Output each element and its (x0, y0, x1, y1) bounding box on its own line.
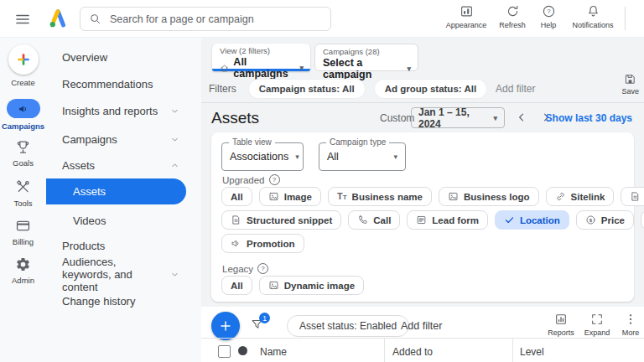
check-icon (504, 215, 515, 225)
document-icon (630, 191, 641, 202)
search-icon (89, 13, 101, 25)
table-view-select[interactable]: Table view Associations ▾ (221, 142, 304, 171)
column-divider (384, 339, 385, 362)
asset-type-chip-callout[interactable]: Callout (621, 187, 644, 206)
plus-icon (219, 319, 232, 333)
bell-icon (586, 4, 600, 18)
nav-item-videos[interactable]: Videos (46, 209, 201, 231)
campaign-selector-label: Campaigns (28) (323, 47, 411, 56)
rail-item-tools[interactable]: Tools (0, 179, 46, 208)
help-circle-icon[interactable]: ? (269, 174, 280, 185)
filter-chip-ad-group-status[interactable]: Ad group status: All (374, 79, 487, 99)
column-header-name[interactable]: Name (260, 346, 287, 358)
add-asset-button[interactable] (211, 312, 240, 340)
asset-type-chip-lead-form[interactable]: Lead form (407, 210, 488, 230)
asset-status-label: Asset status: Enabled (299, 320, 397, 332)
appearance-button[interactable]: Appearance (439, 4, 493, 29)
svg-text:?: ? (547, 8, 551, 15)
table-add-filter-button[interactable]: Add filter (401, 320, 442, 332)
help-button[interactable]: ? Help (532, 4, 565, 29)
nav-label: Assets (73, 185, 106, 198)
column-header-level[interactable]: Level (520, 346, 544, 358)
campaigns-megaphone-icon (7, 99, 40, 118)
refresh-button[interactable]: Refresh (493, 4, 532, 29)
campaign-selector-dropdown[interactable]: Campaigns (28) Select a campaign ▾ (314, 44, 418, 71)
chip-label: Location (520, 215, 560, 225)
search-input[interactable] (108, 13, 321, 26)
asset-type-chip-app[interactable]: App (641, 210, 644, 230)
rail-item-goals[interactable]: Goals (0, 139, 46, 168)
nav-item-insights-and-reports[interactable]: Insights and reports (46, 100, 201, 122)
show-last-30-days-link[interactable]: Show last 30 days (546, 112, 632, 124)
chevron-down-icon (170, 106, 179, 116)
caret-down-icon: ▾ (393, 153, 397, 161)
table-header-row: Name Added to Level (201, 338, 644, 362)
more-button[interactable]: More (617, 313, 644, 337)
rail-item-campaigns[interactable]: Campaigns (0, 99, 46, 131)
asset-type-chip-business-logo[interactable]: Business logo (439, 187, 539, 206)
asset-status-chip[interactable]: Asset status: Enabled (287, 315, 409, 337)
caret-down-icon: ▾ (493, 114, 497, 122)
nav-item-products[interactable]: Products (46, 235, 201, 256)
date-custom-label: Custom (380, 112, 414, 124)
help-circle-icon[interactable]: ? (257, 263, 268, 274)
filters-label: Filters (209, 83, 236, 95)
assets-table-panel: 1 Asset status: Enabled Add filter Repor… (201, 307, 644, 362)
nav-item-recommendations[interactable]: Recommendations (46, 73, 201, 95)
campaign-type-select[interactable]: Campaign type All ▾ (319, 142, 406, 171)
chip-label: Call (373, 215, 391, 225)
upgraded-section-label: Upgraded ? (222, 174, 280, 185)
rail-item-create[interactable]: Create (0, 44, 46, 87)
more-vertical-icon (624, 313, 637, 326)
asset-type-chip-location-selected[interactable]: Location (495, 210, 569, 230)
nav-item-assets[interactable]: Assets (46, 154, 201, 176)
chip-label: Price (601, 215, 625, 225)
nav-item-campaigns[interactable]: Campaigns (46, 128, 201, 150)
nav-label: Insights and reports (62, 105, 158, 117)
legacy-chip-all[interactable]: All (221, 276, 252, 295)
credit-card-icon (15, 218, 31, 234)
expand-icon (590, 313, 604, 326)
view-selector-dropdown[interactable]: View (2 filters) All campaigns ▾ (212, 44, 310, 71)
nav-label: Audiences, keywords, and content (62, 256, 164, 293)
select-all-checkbox[interactable] (218, 345, 231, 358)
nav-item-change-history[interactable]: Change history (46, 290, 201, 312)
topbar-divider (625, 7, 626, 30)
left-rail: Create Campaigns Goals (0, 38, 46, 362)
date-range-dropdown[interactable]: Jan 1 – 15, 2024 ▾ (411, 107, 505, 128)
date-prev-button[interactable] (516, 111, 527, 123)
asset-type-chip-image[interactable]: Image (259, 187, 321, 206)
google-ads-app: Appearance Refresh ? Help (0, 0, 644, 362)
add-filter-button[interactable]: Add filter (496, 83, 535, 95)
legacy-chips-row: All Dynamic image (221, 276, 364, 295)
rail-item-billing[interactable]: Billing (0, 218, 46, 246)
save-button[interactable]: Save (621, 73, 639, 96)
asset-type-chip-call[interactable]: Call (348, 210, 400, 230)
menu-icon[interactable] (14, 11, 31, 28)
home-icon (220, 63, 229, 74)
notifications-button[interactable]: Notifications (565, 4, 621, 29)
asset-type-chip-all[interactable]: All (221, 187, 252, 206)
google-ads-logo-icon[interactable] (47, 8, 69, 29)
asset-type-chip-price[interactable]: $ Price (576, 210, 634, 230)
nav-item-assets-sub-selected[interactable]: Assets (46, 178, 186, 204)
chevron-down-icon (170, 270, 179, 279)
nav-item-audiences-keywords-content[interactable]: Audiences, keywords, and content (46, 256, 201, 292)
status-dot-icon (238, 346, 247, 355)
nav-item-overview[interactable]: Overview (46, 46, 201, 68)
filter-chip-campaign-status[interactable]: Campaign status: All (248, 79, 366, 99)
asset-type-chip-structured-snippet[interactable]: Structured snippet (221, 210, 341, 230)
asset-type-chip-business-name[interactable]: TT Business name (328, 187, 432, 206)
chip-label: Business logo (464, 192, 530, 202)
reports-button[interactable]: Reports (543, 313, 579, 337)
asset-type-chip-sitelink[interactable]: Sitelink (546, 187, 615, 206)
caret-down-icon: ▾ (299, 64, 304, 72)
expand-button[interactable]: Expand (579, 313, 615, 337)
legacy-chip-dynamic-image[interactable]: Dynamic image (259, 276, 364, 295)
rail-label-admin: Admin (12, 276, 34, 285)
asset-type-chip-promotion[interactable]: Promotion (221, 234, 304, 253)
table-filter-button[interactable]: 1 (250, 318, 264, 332)
main-content: View (2 filters) All campaigns ▾ Campaig… (201, 38, 644, 362)
rail-item-admin[interactable]: Admin (0, 256, 46, 285)
column-header-added-to[interactable]: Added to (392, 346, 433, 358)
